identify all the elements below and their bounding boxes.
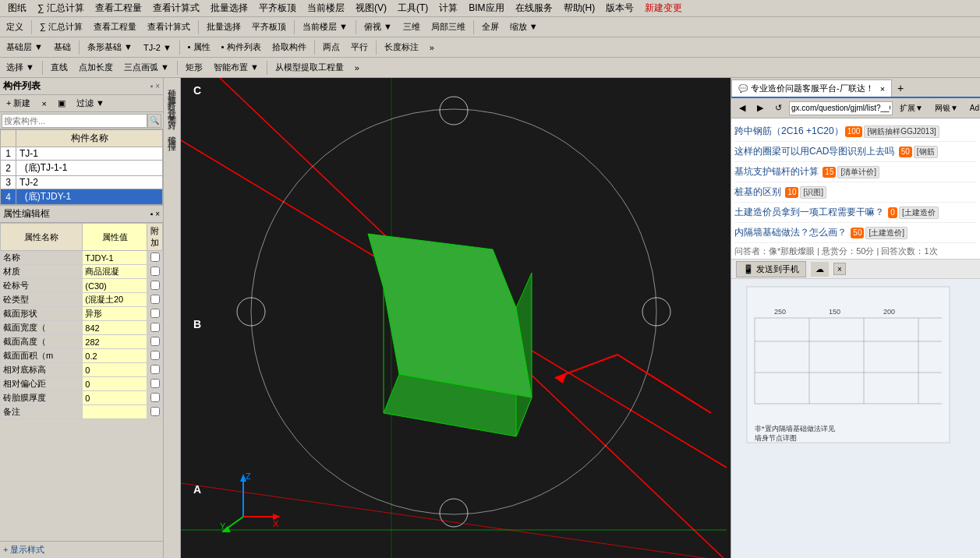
sum-calc-btn[interactable]: ∑ 汇总计算 xyxy=(35,19,87,35)
menu-batch-select[interactable]: 批量选择 xyxy=(206,0,253,16)
menu-tools[interactable]: 工具(T) xyxy=(393,0,433,16)
batch-select-btn[interactable]: 批量选择 xyxy=(202,19,246,35)
prop-checkbox[interactable] xyxy=(150,253,160,262)
parallel-btn[interactable]: 平行 xyxy=(346,39,373,55)
new-component-btn[interactable]: + 新建 xyxy=(2,95,35,111)
prop-value[interactable]: TJDY-1 xyxy=(83,251,147,265)
more-draw-btn[interactable]: » xyxy=(350,61,364,75)
prop-checkbox[interactable] xyxy=(150,407,160,416)
prop-value[interactable]: 0 xyxy=(83,363,147,377)
table-row-selected[interactable]: 4 (底)TJDY-1 xyxy=(1,189,163,205)
forward-btn[interactable]: ▶ xyxy=(752,101,768,115)
back-btn[interactable]: ◀ xyxy=(734,101,750,115)
property-btn[interactable]: ▪ 属性 xyxy=(183,39,215,55)
length-label-btn[interactable]: 长度标注 xyxy=(380,39,423,55)
define-btn[interactable]: 定义 xyxy=(2,19,28,35)
three-arc-btn[interactable]: 三点画弧 ▼ xyxy=(119,59,174,76)
prop-value[interactable]: 0 xyxy=(83,391,147,405)
top-view-btn[interactable]: 俯视 ▼ xyxy=(359,19,397,35)
prop-checkbox[interactable] xyxy=(150,337,160,346)
menu-version[interactable]: 版本号 xyxy=(601,0,639,16)
3d-view-btn[interactable]: 三维 xyxy=(398,19,425,35)
add-length-btn[interactable]: 点加长度 xyxy=(74,59,118,76)
prop-checkbox[interactable] xyxy=(150,309,160,318)
current-floor-btn[interactable]: 当前楼层 ▼ xyxy=(298,19,352,35)
qa-item-1[interactable]: 跨中钢筋（2C16 +1C20）100[钢筋抽样GGJ2013] xyxy=(734,122,977,142)
new-tab-btn[interactable]: + xyxy=(892,79,909,97)
smart-place-btn[interactable]: 智能布置 ▼ xyxy=(209,59,264,76)
strip-foundation-btn[interactable]: 条形基础 ▼ xyxy=(83,39,137,55)
prop-value[interactable]: (混凝土20 xyxy=(83,293,147,307)
netbank-btn[interactable]: 网银▼ xyxy=(930,101,963,116)
tj2-btn[interactable]: TJ-2 ▼ xyxy=(139,41,176,55)
copy-component-btn[interactable]: ▣ xyxy=(53,96,70,111)
rect-btn[interactable]: 矩形 xyxy=(181,59,207,76)
prop-checkbox[interactable] xyxy=(150,351,160,360)
prop-checkbox[interactable] xyxy=(150,379,160,388)
tab-close-icon[interactable]: × xyxy=(880,84,885,94)
prop-checkbox[interactable] xyxy=(150,323,160,332)
zoom-btn[interactable]: 缩放 ▼ xyxy=(505,19,543,35)
component-list-btn[interactable]: ▪ 构件列表 xyxy=(217,39,266,55)
menu-bim[interactable]: BIM应用 xyxy=(464,0,508,16)
menu-view-qty[interactable]: 查看工程量 xyxy=(90,0,147,16)
align-label[interactable]: 对齐▼ xyxy=(166,114,178,123)
foundation-floor-btn[interactable]: 基础层 ▼ xyxy=(2,39,48,55)
search-input[interactable] xyxy=(2,114,147,128)
prop-checkbox[interactable] xyxy=(150,393,160,402)
line-btn[interactable]: 直线 xyxy=(46,59,73,76)
send-phone-btn[interactable]: 📱 发送到手机 xyxy=(736,261,806,277)
send-bar-close-btn[interactable]: × xyxy=(833,263,846,275)
refresh-btn[interactable]: ↺ xyxy=(770,101,787,115)
show-styles-btn[interactable]: + 显示样式 xyxy=(3,544,44,556)
foundation-btn[interactable]: 基础 xyxy=(49,39,76,55)
prop-value[interactable] xyxy=(83,405,147,419)
browser-content[interactable]: 跨中钢筋（2C16 +1C20）100[钢筋抽样GGJ2013] 这样的圈梁可以… xyxy=(731,118,980,259)
prop-checkbox[interactable] xyxy=(150,281,160,290)
menu-drawing[interactable]: 图纸 xyxy=(3,0,31,16)
qa-item-5[interactable]: 土建造价员拿到一项工程需要干嘛？ 0[土建造价 xyxy=(734,203,977,223)
view-calc-btn[interactable]: 查看计算式 xyxy=(143,19,195,35)
floor-top-btn[interactable]: 平齐板顶 xyxy=(247,19,291,35)
local-3d-btn[interactable]: 局部三维 xyxy=(426,19,470,35)
prop-checkbox[interactable] xyxy=(150,295,160,304)
table-row[interactable]: 1 TJ-1 xyxy=(1,147,163,161)
cloud-btn[interactable]: ☁ xyxy=(811,262,829,277)
two-point-btn[interactable]: 两点 xyxy=(318,39,345,55)
table-row[interactable]: 2 (底)TJ-1-1 xyxy=(1,161,163,176)
browser-tab-active[interactable]: 💬 专业造价问题客服平台-厂联达！ × xyxy=(731,79,892,97)
qa-item-4[interactable]: 桩基的区别 10[识图] xyxy=(734,182,977,203)
filter-btn[interactable]: 过滤 ▼ xyxy=(72,95,109,111)
delete-component-btn[interactable]: × xyxy=(37,97,51,111)
menu-sum[interactable]: ∑ 汇总计算 xyxy=(33,0,89,16)
qa-item-2[interactable]: 这样的圈梁可以用CAD导图识别上去吗 50[钢筋 xyxy=(734,142,977,162)
prop-checkbox[interactable] xyxy=(150,267,160,276)
table-row[interactable]: 3 TJ-2 xyxy=(1,176,163,189)
translate-btn[interactable]: Ad 翻译▼ xyxy=(965,101,980,116)
pickup-btn[interactable]: 拾取构件 xyxy=(267,39,311,55)
menu-view-tool[interactable]: 视图(V) xyxy=(351,0,391,16)
qa-item-6[interactable]: 内隔墙基础做法？怎么画？ 50[土建造价] xyxy=(734,223,977,243)
prop-value[interactable]: 商品混凝 xyxy=(83,265,147,279)
prop-value[interactable]: 0 xyxy=(83,377,147,391)
menu-view-calc[interactable]: 查看计算式 xyxy=(148,0,204,16)
prop-value[interactable]: 842 xyxy=(83,321,147,335)
expand-btn[interactable]: 扩展▼ xyxy=(895,101,928,116)
fullscreen-btn[interactable]: 全屏 xyxy=(477,19,504,35)
select-btn[interactable]: 选择 ▼ xyxy=(2,59,39,76)
more-btn[interactable]: » xyxy=(425,41,439,55)
menu-current-floor[interactable]: 当前楼层 xyxy=(302,0,349,16)
qa-item-3[interactable]: 基坑支护锚杆的计算 15[清单计价] xyxy=(734,162,977,182)
address-bar[interactable] xyxy=(789,101,893,115)
prop-checkbox[interactable] xyxy=(150,365,160,374)
prop-value[interactable]: 0.2 xyxy=(83,349,147,363)
extract-model-btn[interactable]: 从模型提取工程量 xyxy=(271,59,348,76)
view-qty-btn[interactable]: 查看工程量 xyxy=(89,19,141,35)
prop-value[interactable]: (C30) xyxy=(83,279,147,293)
menu-new-change[interactable]: 新建变更 xyxy=(640,0,687,16)
search-button[interactable]: 🔍 xyxy=(147,114,161,128)
menu-online[interactable]: 在线服务 xyxy=(511,0,557,16)
prop-value[interactable]: 异形 xyxy=(83,307,147,321)
menu-floor-top[interactable]: 平齐板顶 xyxy=(254,0,301,16)
prop-value[interactable]: 282 xyxy=(83,335,147,349)
